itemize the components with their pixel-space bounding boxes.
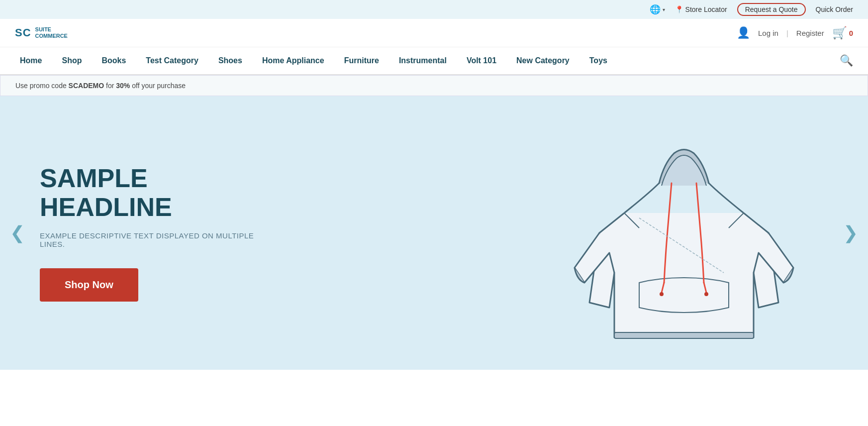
header-right: 👤 Log in | Register 🛒 0 bbox=[737, 26, 853, 40]
main-nav: HomeShopBooksTest CategoryShoesHome Appl… bbox=[0, 47, 868, 75]
svg-rect-2 bbox=[614, 332, 754, 338]
store-locator-link[interactable]: 📍 Store Locator bbox=[675, 5, 727, 13]
hero-content: SAMPLE HEADLINE EXAMPLE DESCRIPTIVE TEXT… bbox=[0, 134, 298, 331]
cart-icon: 🛒 bbox=[832, 26, 847, 40]
nav-item-volt-101[interactable]: Volt 101 bbox=[457, 47, 506, 74]
quick-order-link[interactable]: Quick Order bbox=[816, 5, 853, 13]
divider: | bbox=[786, 29, 788, 37]
carousel-prev-button[interactable]: ❮ bbox=[5, 217, 30, 248]
hero-banner: ❮ SAMPLE HEADLINE EXAMPLE DESCRIPTIVE TE… bbox=[0, 96, 868, 370]
cart-count: 0 bbox=[849, 29, 853, 37]
promo-code: SCADEMO bbox=[69, 82, 104, 90]
nav-item-books[interactable]: Books bbox=[92, 47, 136, 74]
nav-item-new-category[interactable]: New Category bbox=[506, 47, 579, 74]
nav-item-home[interactable]: Home bbox=[10, 47, 52, 74]
nav-items: HomeShopBooksTest CategoryShoesHome Appl… bbox=[10, 47, 835, 74]
cart-button[interactable]: 🛒 0 bbox=[832, 26, 853, 40]
nav-item-toys[interactable]: Toys bbox=[579, 47, 617, 74]
register-link[interactable]: Register bbox=[796, 29, 824, 37]
nav-item-instrumental[interactable]: Instrumental bbox=[389, 47, 457, 74]
hero-description: EXAMPLE DESCRIPTIVE TEXT DISPLAYED ON MU… bbox=[40, 231, 259, 248]
svg-point-4 bbox=[660, 292, 664, 296]
utility-bar: 🌐 ▾ 📍 Store Locator Request a Quote Quic… bbox=[0, 0, 868, 19]
login-link[interactable]: Log in bbox=[758, 29, 778, 37]
nav-item-home-appliance[interactable]: Home Appliance bbox=[252, 47, 334, 74]
nav-item-furniture[interactable]: Furniture bbox=[334, 47, 389, 74]
promo-text-before: Use promo code bbox=[15, 82, 69, 90]
nav-item-test-category[interactable]: Test Category bbox=[136, 47, 208, 74]
logo-sc-text: SC bbox=[15, 26, 31, 39]
promo-discount: 30% bbox=[116, 82, 130, 90]
globe-icon: 🌐 bbox=[650, 4, 661, 15]
promo-bar: Use promo code SCADEMO for 30% off your … bbox=[0, 75, 868, 96]
search-icon[interactable]: 🔍 bbox=[835, 49, 858, 72]
header: SC SUITE COMMERCE 👤 Log in | Register 🛒 … bbox=[0, 19, 868, 47]
chevron-down-icon: ▾ bbox=[663, 7, 665, 12]
language-selector[interactable]: 🌐 ▾ bbox=[650, 4, 665, 15]
request-quote-button[interactable]: Request a Quote bbox=[737, 3, 806, 16]
store-locator-label: Store Locator bbox=[685, 5, 727, 13]
svg-point-6 bbox=[704, 292, 708, 296]
hero-headline: SAMPLE HEADLINE bbox=[40, 164, 259, 221]
shop-now-button[interactable]: Shop Now bbox=[40, 268, 138, 302]
nav-item-shoes[interactable]: Shoes bbox=[208, 47, 252, 74]
promo-text-after: off your purchase bbox=[130, 82, 186, 90]
promo-text-middle: for bbox=[104, 82, 116, 90]
user-icon: 👤 bbox=[737, 26, 750, 39]
logo[interactable]: SC SUITE COMMERCE bbox=[15, 26, 68, 39]
carousel-next-button[interactable]: ❯ bbox=[838, 217, 863, 248]
nav-item-shop[interactable]: Shop bbox=[52, 47, 92, 74]
hero-image bbox=[560, 113, 808, 352]
pin-icon: 📍 bbox=[675, 5, 683, 13]
logo-full-text: SUITE COMMERCE bbox=[35, 26, 68, 39]
